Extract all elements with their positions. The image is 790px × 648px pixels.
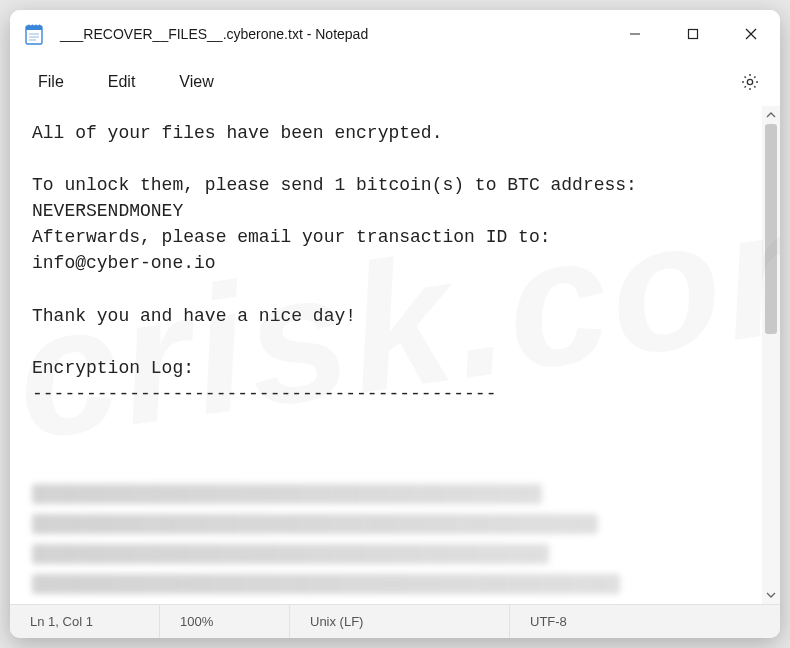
svg-point-3 [32, 25, 34, 27]
window-title: ___RECOVER__FILES__.cyberone.txt - Notep… [60, 26, 368, 42]
menu-edit[interactable]: Edit [86, 65, 158, 99]
scroll-up-arrow-icon[interactable] [762, 106, 780, 124]
menu-file[interactable]: File [16, 65, 86, 99]
svg-point-5 [39, 25, 41, 27]
redacted-line [32, 544, 549, 564]
svg-rect-1 [26, 26, 42, 30]
redacted-line [32, 574, 620, 594]
svg-point-13 [747, 79, 752, 84]
svg-point-2 [28, 25, 30, 27]
scroll-thumb[interactable] [765, 124, 777, 334]
status-encoding: UTF-8 [510, 605, 780, 638]
menu-bar: File Edit View [10, 58, 780, 106]
status-line-endings: Unix (LF) [290, 605, 510, 638]
redacted-line [32, 484, 542, 504]
status-bar: Ln 1, Col 1 100% Unix (LF) UTF-8 [10, 604, 780, 638]
status-zoom[interactable]: 100% [160, 605, 290, 638]
notepad-window: ___RECOVER__FILES__.cyberone.txt - Notep… [10, 10, 780, 638]
settings-button[interactable] [726, 66, 774, 98]
title-bar: ___RECOVER__FILES__.cyberone.txt - Notep… [10, 10, 780, 58]
menu-view[interactable]: View [157, 65, 235, 99]
close-button[interactable] [722, 10, 780, 58]
maximize-button[interactable] [664, 10, 722, 58]
minimize-button[interactable] [606, 10, 664, 58]
redacted-line [32, 514, 598, 534]
notepad-app-icon [24, 23, 44, 45]
svg-rect-10 [689, 30, 698, 39]
content-area: All of your files have been encrypted. T… [10, 106, 780, 604]
svg-point-4 [35, 25, 37, 27]
text-editor[interactable]: All of your files have been encrypted. T… [10, 106, 762, 470]
vertical-scrollbar[interactable] [762, 106, 780, 604]
window-controls [606, 10, 780, 58]
status-cursor-position: Ln 1, Col 1 [10, 605, 160, 638]
scroll-down-arrow-icon[interactable] [762, 586, 780, 604]
encryption-log-redacted [10, 470, 762, 604]
